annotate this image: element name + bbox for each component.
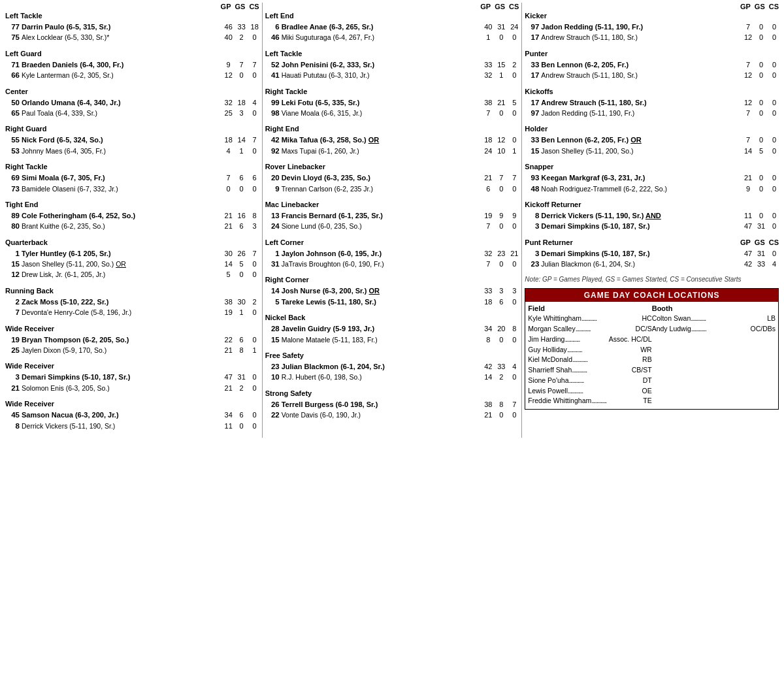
player-stats: 700 [740, 60, 779, 70]
player-number: 98 [265, 108, 280, 118]
stat-gp: 7 [743, 60, 753, 70]
game-day-coach-box: GAME DAY COACH LOCATIONSFieldKyle Whitti… [525, 288, 779, 410]
player-number: 33 [525, 59, 539, 70]
stat-gs: 21 [497, 98, 506, 108]
stat-cs: 0 [510, 184, 519, 194]
stat-gs: 0 [497, 33, 506, 42]
player-stats: 000 [220, 184, 259, 194]
position-title: Wide Receiver [5, 362, 54, 370]
coach-row: Kiel McDonald............RB [528, 355, 651, 365]
player-name: Jadon Redding (5-11, 190, Fr.) [541, 108, 740, 118]
player-stats: 2530 [220, 108, 259, 118]
stat-cs: 3 [510, 286, 519, 296]
player-stats: 700 [740, 108, 779, 118]
stat-gs: 1 [497, 71, 506, 80]
player-stats: 3887 [480, 400, 519, 410]
player-number: 3 [5, 372, 20, 382]
player-name: Andrew Strauch (5-11, 180, Sr.) [541, 71, 740, 80]
position-group: Left Corner1Jaylon Johnson (6-0, 195, Jr… [265, 238, 519, 270]
player-name: Kyle Lanterman (6-2, 305, Sr.) [22, 71, 220, 80]
stat-cs: 0 [770, 249, 779, 259]
position-title: Left Tackle [5, 12, 42, 20]
position-header-row: Kickoff Returner [525, 201, 779, 209]
stat-gp: 14 [224, 259, 233, 269]
stat-cs: 0 [770, 135, 779, 145]
player-row: 22Vonte Davis (6-0, 190, Jr.)2100 [265, 410, 519, 420]
stat-gs: 1 [237, 308, 246, 318]
stat-gp: 22 [224, 335, 233, 345]
stat-gs: 0 [497, 410, 506, 420]
stat-gs: 3 [237, 108, 246, 118]
player-row: 99Leki Fotu (6-5, 335, Sr.)38215 [265, 97, 519, 108]
player-row: 17Andrew Strauch (5-11, 180, Sr.)1200 [525, 32, 779, 42]
player-row: 17Andrew Strauch (5-11, 180, Sr.)1200 [525, 97, 779, 108]
position-title: Rover Linebacker [265, 163, 325, 171]
player-number: 3 [525, 221, 539, 231]
player-stats: 1860 [480, 297, 519, 307]
stat-cs: 0 [770, 173, 779, 183]
stat-cs: 7 [250, 135, 259, 145]
stat-cs: 0 [250, 308, 259, 318]
coach-name: Jim Harding............ [528, 334, 608, 345]
player-stats: 18120 [480, 135, 519, 145]
player-number: 22 [265, 410, 280, 420]
stat-gs: 0 [757, 135, 766, 145]
player-row: 73Bamidele Olaseni (6-7, 332, Jr.)000 [5, 184, 259, 194]
coach-row: Kyle Whittingham............HC [528, 314, 651, 324]
player-number: 8 [525, 210, 539, 221]
stat-cs: 0 [250, 270, 259, 280]
position-header-row: Left Tackle [5, 12, 259, 20]
position-title: Center [5, 88, 28, 95]
stat-gs: 0 [757, 33, 766, 42]
stat-gp: 14 [743, 146, 753, 156]
player-name: Simi Moala (6-7, 305, Fr.) [22, 173, 220, 183]
position-group: Snapper93Keegan Markgraf (6-3, 231, Jr.)… [525, 163, 779, 194]
coach-role: OC/DBs [751, 324, 776, 334]
player-row: 92Maxs Tupai (6-1, 260, Jr.)24101 [265, 146, 519, 156]
stat-gp: 32 [483, 249, 493, 259]
player-name: Zack Moss (5-10, 222, Sr.) [22, 297, 220, 307]
player-row: 3Demari Simpkins (5-10, 187, Sr.)47310 [525, 221, 779, 231]
player-row: 8Derrick Vickers (5-11, 190, Sr.) AND110… [525, 210, 779, 221]
stat-gp: 21 [224, 346, 233, 355]
player-number: 25 [5, 345, 20, 355]
roster-container: GPGSCSLeft Tackle77Darrin Paulo (6-5, 31… [0, 0, 784, 440]
position-header-row: Wide Receiver [5, 400, 259, 408]
player-number: 21 [5, 383, 20, 393]
offense-column: GPGSCSLeft Tackle77Darrin Paulo (6-5, 31… [3, 3, 263, 438]
position-header-row: Right Guard [5, 125, 259, 133]
stat-gp: 0 [224, 184, 233, 194]
position-header-row: Running Back [5, 287, 259, 295]
player-stats: 3333 [480, 286, 519, 296]
stat-cs: 8 [510, 324, 519, 334]
player-name: Drew Lisk, Jr. (6-1, 205, Jr.) [22, 270, 220, 280]
player-row: 1Jaylon Johnson (6-0, 195, Jr.)322321 [265, 248, 519, 259]
stat-gp: 32 [224, 98, 233, 108]
player-name: Orlando Umana (6-4, 340, Jr.) [22, 98, 220, 108]
position-title: Kickoff Returner [525, 201, 581, 208]
player-stats: 700 [480, 259, 519, 269]
player-number: 9 [265, 184, 280, 194]
position-title: Nickel Back [265, 314, 306, 321]
player-number: 73 [5, 184, 20, 194]
position-group: Rover Linebacker20Devin Lloyd (6-3, 235,… [265, 163, 519, 194]
position-title: Right End [265, 125, 299, 133]
stat-gs: 5 [757, 146, 766, 156]
stat-gs: 26 [237, 249, 246, 259]
stat-gp: 38 [224, 297, 233, 307]
player-name: Leki Fotu (6-5, 335, Sr.) [282, 98, 480, 108]
coach-name: Morgan Scalley............ [528, 324, 635, 334]
stat-gp: 40 [224, 33, 233, 42]
player-number: 53 [5, 146, 20, 156]
player-stats: 1200 [740, 33, 779, 42]
player-number: 52 [265, 59, 280, 70]
stat-gp: 34 [224, 410, 233, 420]
stat-gp: 11 [743, 211, 753, 221]
position-header-row: Center [5, 88, 259, 96]
stat-gp: 18 [483, 135, 493, 145]
player-stats: 30267 [220, 249, 259, 259]
player-number: 3 [525, 248, 539, 259]
coach-row: Andy Ludwig............OC/DBs [652, 324, 776, 334]
player-stats: 1420 [480, 372, 519, 382]
player-row: 26Terrell Burgess (6-0 198, Sr.)3887 [265, 399, 519, 410]
